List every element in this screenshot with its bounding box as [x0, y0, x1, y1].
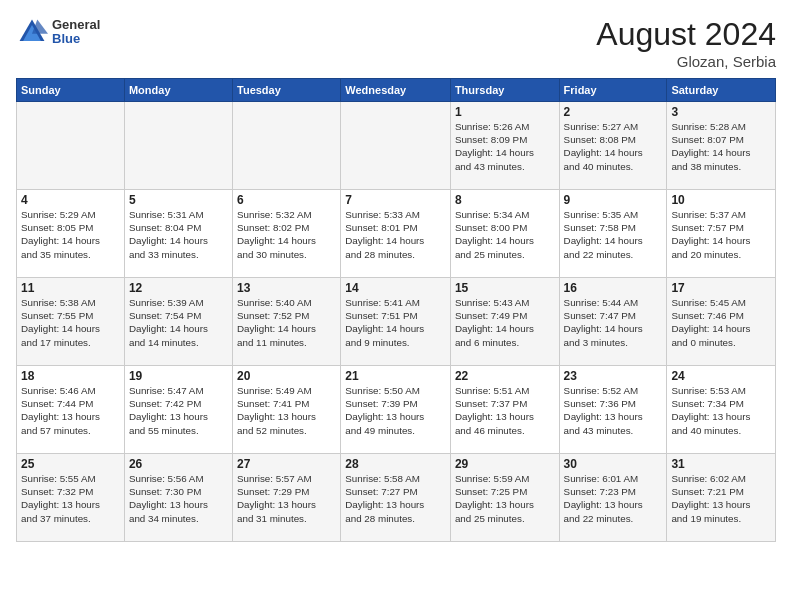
day-info: Sunrise: 5:56 AM Sunset: 7:30 PM Dayligh…: [129, 472, 228, 525]
calendar-week-row: 25Sunrise: 5:55 AM Sunset: 7:32 PM Dayli…: [17, 454, 776, 542]
day-number: 12: [129, 281, 228, 295]
page-header: General Blue August 2024 Glozan, Serbia: [16, 16, 776, 70]
table-row: 9Sunrise: 5:35 AM Sunset: 7:58 PM Daylig…: [559, 190, 667, 278]
table-row: [233, 102, 341, 190]
day-number: 1: [455, 105, 555, 119]
day-info: Sunrise: 5:57 AM Sunset: 7:29 PM Dayligh…: [237, 472, 336, 525]
day-number: 14: [345, 281, 446, 295]
table-row: 17Sunrise: 5:45 AM Sunset: 7:46 PM Dayli…: [667, 278, 776, 366]
col-tuesday: Tuesday: [233, 79, 341, 102]
table-row: 3Sunrise: 5:28 AM Sunset: 8:07 PM Daylig…: [667, 102, 776, 190]
col-thursday: Thursday: [450, 79, 559, 102]
logo-general-text: General: [52, 18, 100, 32]
logo: General Blue: [16, 16, 100, 48]
table-row: 11Sunrise: 5:38 AM Sunset: 7:55 PM Dayli…: [17, 278, 125, 366]
day-info: Sunrise: 5:50 AM Sunset: 7:39 PM Dayligh…: [345, 384, 446, 437]
col-monday: Monday: [124, 79, 232, 102]
table-row: 2Sunrise: 5:27 AM Sunset: 8:08 PM Daylig…: [559, 102, 667, 190]
day-number: 25: [21, 457, 120, 471]
day-number: 2: [564, 105, 663, 119]
day-info: Sunrise: 5:37 AM Sunset: 7:57 PM Dayligh…: [671, 208, 771, 261]
table-row: 15Sunrise: 5:43 AM Sunset: 7:49 PM Dayli…: [450, 278, 559, 366]
day-number: 4: [21, 193, 120, 207]
title-block: August 2024 Glozan, Serbia: [596, 16, 776, 70]
logo-icon: [16, 16, 48, 48]
logo-blue-text: Blue: [52, 32, 100, 46]
day-number: 20: [237, 369, 336, 383]
day-info: Sunrise: 5:40 AM Sunset: 7:52 PM Dayligh…: [237, 296, 336, 349]
table-row: 26Sunrise: 5:56 AM Sunset: 7:30 PM Dayli…: [124, 454, 232, 542]
day-number: 13: [237, 281, 336, 295]
logo-text: General Blue: [52, 18, 100, 47]
table-row: [17, 102, 125, 190]
day-info: Sunrise: 6:01 AM Sunset: 7:23 PM Dayligh…: [564, 472, 663, 525]
col-wednesday: Wednesday: [341, 79, 451, 102]
day-info: Sunrise: 5:53 AM Sunset: 7:34 PM Dayligh…: [671, 384, 771, 437]
day-info: Sunrise: 5:26 AM Sunset: 8:09 PM Dayligh…: [455, 120, 555, 173]
day-number: 22: [455, 369, 555, 383]
table-row: 20Sunrise: 5:49 AM Sunset: 7:41 PM Dayli…: [233, 366, 341, 454]
table-row: 28Sunrise: 5:58 AM Sunset: 7:27 PM Dayli…: [341, 454, 451, 542]
table-row: 31Sunrise: 6:02 AM Sunset: 7:21 PM Dayli…: [667, 454, 776, 542]
day-info: Sunrise: 5:38 AM Sunset: 7:55 PM Dayligh…: [21, 296, 120, 349]
day-info: Sunrise: 5:32 AM Sunset: 8:02 PM Dayligh…: [237, 208, 336, 261]
day-number: 16: [564, 281, 663, 295]
table-row: 16Sunrise: 5:44 AM Sunset: 7:47 PM Dayli…: [559, 278, 667, 366]
day-info: Sunrise: 5:44 AM Sunset: 7:47 PM Dayligh…: [564, 296, 663, 349]
location-subtitle: Glozan, Serbia: [596, 53, 776, 70]
day-number: 19: [129, 369, 228, 383]
table-row: 12Sunrise: 5:39 AM Sunset: 7:54 PM Dayli…: [124, 278, 232, 366]
day-info: Sunrise: 5:39 AM Sunset: 7:54 PM Dayligh…: [129, 296, 228, 349]
day-info: Sunrise: 5:45 AM Sunset: 7:46 PM Dayligh…: [671, 296, 771, 349]
table-row: 27Sunrise: 5:57 AM Sunset: 7:29 PM Dayli…: [233, 454, 341, 542]
day-info: Sunrise: 5:29 AM Sunset: 8:05 PM Dayligh…: [21, 208, 120, 261]
day-info: Sunrise: 5:55 AM Sunset: 7:32 PM Dayligh…: [21, 472, 120, 525]
day-number: 29: [455, 457, 555, 471]
table-row: 8Sunrise: 5:34 AM Sunset: 8:00 PM Daylig…: [450, 190, 559, 278]
table-row: 29Sunrise: 5:59 AM Sunset: 7:25 PM Dayli…: [450, 454, 559, 542]
col-saturday: Saturday: [667, 79, 776, 102]
day-number: 8: [455, 193, 555, 207]
calendar-week-row: 18Sunrise: 5:46 AM Sunset: 7:44 PM Dayli…: [17, 366, 776, 454]
day-info: Sunrise: 5:31 AM Sunset: 8:04 PM Dayligh…: [129, 208, 228, 261]
table-row: 13Sunrise: 5:40 AM Sunset: 7:52 PM Dayli…: [233, 278, 341, 366]
day-number: 11: [21, 281, 120, 295]
table-row: 14Sunrise: 5:41 AM Sunset: 7:51 PM Dayli…: [341, 278, 451, 366]
day-number: 23: [564, 369, 663, 383]
table-row: [124, 102, 232, 190]
day-info: Sunrise: 5:27 AM Sunset: 8:08 PM Dayligh…: [564, 120, 663, 173]
table-row: 21Sunrise: 5:50 AM Sunset: 7:39 PM Dayli…: [341, 366, 451, 454]
day-number: 5: [129, 193, 228, 207]
calendar-table: Sunday Monday Tuesday Wednesday Thursday…: [16, 78, 776, 542]
day-number: 10: [671, 193, 771, 207]
day-number: 26: [129, 457, 228, 471]
table-row: 5Sunrise: 5:31 AM Sunset: 8:04 PM Daylig…: [124, 190, 232, 278]
day-number: 15: [455, 281, 555, 295]
col-friday: Friday: [559, 79, 667, 102]
day-number: 9: [564, 193, 663, 207]
day-info: Sunrise: 5:51 AM Sunset: 7:37 PM Dayligh…: [455, 384, 555, 437]
day-info: Sunrise: 5:28 AM Sunset: 8:07 PM Dayligh…: [671, 120, 771, 173]
day-number: 7: [345, 193, 446, 207]
table-row: 10Sunrise: 5:37 AM Sunset: 7:57 PM Dayli…: [667, 190, 776, 278]
table-row: 4Sunrise: 5:29 AM Sunset: 8:05 PM Daylig…: [17, 190, 125, 278]
table-row: 24Sunrise: 5:53 AM Sunset: 7:34 PM Dayli…: [667, 366, 776, 454]
day-info: Sunrise: 5:52 AM Sunset: 7:36 PM Dayligh…: [564, 384, 663, 437]
table-row: 23Sunrise: 5:52 AM Sunset: 7:36 PM Dayli…: [559, 366, 667, 454]
day-number: 28: [345, 457, 446, 471]
day-number: 24: [671, 369, 771, 383]
day-number: 18: [21, 369, 120, 383]
table-row: 7Sunrise: 5:33 AM Sunset: 8:01 PM Daylig…: [341, 190, 451, 278]
day-info: Sunrise: 5:43 AM Sunset: 7:49 PM Dayligh…: [455, 296, 555, 349]
day-info: Sunrise: 5:49 AM Sunset: 7:41 PM Dayligh…: [237, 384, 336, 437]
table-row: 18Sunrise: 5:46 AM Sunset: 7:44 PM Dayli…: [17, 366, 125, 454]
table-row: 1Sunrise: 5:26 AM Sunset: 8:09 PM Daylig…: [450, 102, 559, 190]
day-number: 30: [564, 457, 663, 471]
table-row: 6Sunrise: 5:32 AM Sunset: 8:02 PM Daylig…: [233, 190, 341, 278]
table-row: 25Sunrise: 5:55 AM Sunset: 7:32 PM Dayli…: [17, 454, 125, 542]
day-info: Sunrise: 6:02 AM Sunset: 7:21 PM Dayligh…: [671, 472, 771, 525]
calendar-header-row: Sunday Monday Tuesday Wednesday Thursday…: [17, 79, 776, 102]
day-info: Sunrise: 5:47 AM Sunset: 7:42 PM Dayligh…: [129, 384, 228, 437]
day-info: Sunrise: 5:59 AM Sunset: 7:25 PM Dayligh…: [455, 472, 555, 525]
col-sunday: Sunday: [17, 79, 125, 102]
